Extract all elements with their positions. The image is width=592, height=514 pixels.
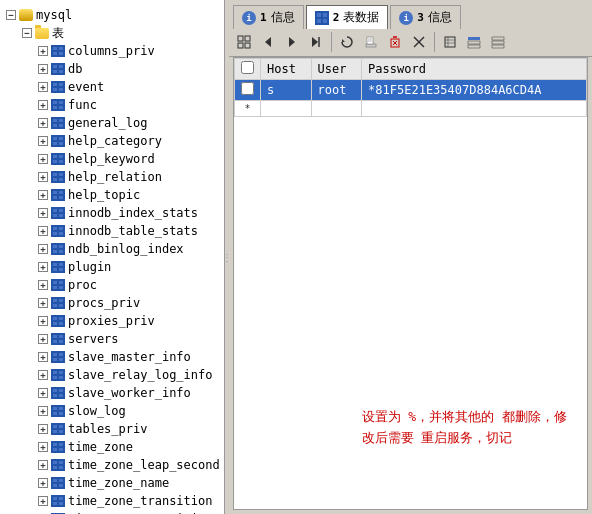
tree-item-help-category[interactable]: + help_category — [0, 132, 224, 150]
expand-help-topic[interactable]: + — [38, 190, 48, 200]
cell-password-1[interactable]: *81F5E21E35407D884A6CD4A — [362, 80, 587, 101]
expand-procs-priv[interactable]: + — [38, 298, 48, 308]
table-icon-help-keyword — [50, 151, 66, 167]
tree-item-tables-section[interactable]: − 表 — [0, 24, 224, 42]
tables-section-label: 表 — [50, 25, 64, 42]
toolbar-cancel-btn[interactable] — [408, 31, 430, 53]
collapse-mysql[interactable]: − — [6, 10, 16, 20]
row-checkbox-1[interactable] — [241, 82, 254, 95]
tree-item-ndb-binlog-index[interactable]: + ndb_binlog_index — [0, 240, 224, 258]
expand-slave-master-info[interactable]: + — [38, 352, 48, 362]
tab-num-2: 2 — [333, 11, 340, 24]
expand-servers[interactable]: + — [38, 334, 48, 344]
expand-ndb-binlog[interactable]: + — [38, 244, 48, 254]
toolbar-nav-prev-btn[interactable] — [257, 31, 279, 53]
table-icon-slave-worker — [50, 385, 66, 401]
cell-password-2[interactable] — [362, 101, 587, 117]
tree-item-columns-priv[interactable]: + columns_priv — [0, 42, 224, 60]
toolbar-refresh-btn[interactable] — [336, 31, 358, 53]
svg-rect-24 — [468, 41, 480, 44]
toolbar-grid-btn[interactable] — [233, 31, 255, 53]
expand-general-log[interactable]: + — [38, 118, 48, 128]
expand-time-zone-transition[interactable]: + — [38, 496, 48, 506]
tree-item-db[interactable]: + db — [0, 60, 224, 78]
tree-item-slow-log[interactable]: + slow_log — [0, 402, 224, 420]
tree-item-slave-worker-info[interactable]: + slave_worker_info — [0, 384, 224, 402]
help-category-label: help_category — [66, 134, 162, 148]
expand-innodb-index-stats[interactable]: + — [38, 208, 48, 218]
tree-item-innodb-table-stats[interactable]: + innodb_table_stats — [0, 222, 224, 240]
tree-item-procs-priv[interactable]: + procs_priv — [0, 294, 224, 312]
svg-rect-19 — [445, 37, 455, 47]
tree-item-help-keyword[interactable]: + help_keyword — [0, 150, 224, 168]
expand-help-relation[interactable]: + — [38, 172, 48, 182]
expand-proxies-priv[interactable]: + — [38, 316, 48, 326]
slave-master-info-label: slave_master_info — [66, 350, 191, 364]
toolbar-edit-btn[interactable] — [360, 31, 382, 53]
tree-item-help-relation[interactable]: + help_relation — [0, 168, 224, 186]
cell-user-1[interactable]: root — [311, 80, 362, 101]
expand-time-zone-leap[interactable]: + — [38, 460, 48, 470]
tab-info-1[interactable]: i 1 信息 — [233, 5, 304, 29]
tree-item-plugin[interactable]: + plugin — [0, 258, 224, 276]
tree-item-tables-priv[interactable]: + tables_priv — [0, 420, 224, 438]
slave-relay-log-info-label: slave_relay_log_info — [66, 368, 213, 382]
expand-tables-priv[interactable]: + — [38, 424, 48, 434]
toolbar-nav-last-btn[interactable] — [305, 31, 327, 53]
tree-item-proc[interactable]: + proc — [0, 276, 224, 294]
toolbar-nav-next-btn[interactable] — [281, 31, 303, 53]
toolbar-view2-btn[interactable] — [487, 31, 509, 53]
row-check-1[interactable] — [235, 80, 261, 101]
expand-slave-relay-log[interactable]: + — [38, 370, 48, 380]
expand-help-category[interactable]: + — [38, 136, 48, 146]
tree-item-func[interactable]: + func — [0, 96, 224, 114]
collapse-tables[interactable]: − — [22, 28, 32, 38]
cell-host-2[interactable] — [261, 101, 312, 117]
columns-priv-label: columns_priv — [66, 44, 155, 58]
tree-item-servers[interactable]: + servers — [0, 330, 224, 348]
svg-rect-10 — [367, 37, 373, 44]
expand-innodb-table-stats[interactable]: + — [38, 226, 48, 236]
tab-info-icon-3: i — [399, 11, 413, 25]
tree-item-time-zone-name[interactable]: + time_zone_name — [0, 474, 224, 492]
expand-proc[interactable]: + — [38, 280, 48, 290]
expand-help-keyword[interactable]: + — [38, 154, 48, 164]
tree-item-time-zone-leap-second[interactable]: + time_zone_leap_second — [0, 456, 224, 474]
select-all-checkbox[interactable] — [241, 61, 254, 74]
tree-item-proxies-priv[interactable]: + proxies_priv — [0, 312, 224, 330]
tab-table-icon — [315, 11, 329, 25]
expand-columns-priv[interactable]: + — [38, 46, 48, 56]
tree-item-slave-relay-log-info[interactable]: + slave_relay_log_info — [0, 366, 224, 384]
tree-item-innodb-index-stats[interactable]: + innodb_index_stats — [0, 204, 224, 222]
proc-label: proc — [66, 278, 97, 292]
toolbar-view1-btn[interactable] — [463, 31, 485, 53]
tree-item-time-zone[interactable]: + time_zone — [0, 438, 224, 456]
expand-slave-worker-info[interactable]: + — [38, 388, 48, 398]
tree-item-time-zone-transition-type[interactable]: + time_zone_transition_type — [0, 510, 224, 514]
tab-table-data[interactable]: 2 表数据 — [306, 5, 389, 29]
toolbar-delete-btn[interactable] — [384, 31, 406, 53]
tree-item-mysql[interactable]: − mysql — [0, 6, 224, 24]
table-row[interactable]: s root *81F5E21E35407D884A6CD4A — [235, 80, 587, 101]
expand-plugin[interactable]: + — [38, 262, 48, 272]
toolbar-select-all-btn[interactable] — [439, 31, 461, 53]
tree-item-slave-master-info[interactable]: + slave_master_info — [0, 348, 224, 366]
tree-item-time-zone-transition[interactable]: + time_zone_transition — [0, 492, 224, 510]
cell-user-2[interactable] — [311, 101, 362, 117]
table-icon-time-zone — [50, 439, 66, 455]
tree-item-help-topic[interactable]: + help_topic — [0, 186, 224, 204]
annotation-line1: 设置为 %，并将其他的 都删除，修 — [362, 407, 567, 428]
event-label: event — [66, 80, 104, 94]
table-row[interactable]: * — [235, 101, 587, 117]
tree-item-event[interactable]: + event — [0, 78, 224, 96]
expand-slow-log[interactable]: + — [38, 406, 48, 416]
cell-host-1[interactable]: s — [261, 80, 312, 101]
expand-time-zone-name[interactable]: + — [38, 478, 48, 488]
tab-info-3[interactable]: i 3 信息 — [390, 5, 461, 29]
tab-num-3: 3 — [417, 11, 424, 24]
expand-db[interactable]: + — [38, 64, 48, 74]
tree-item-general-log[interactable]: + general_log — [0, 114, 224, 132]
expand-event[interactable]: + — [38, 82, 48, 92]
expand-time-zone[interactable]: + — [38, 442, 48, 452]
expand-func[interactable]: + — [38, 100, 48, 110]
